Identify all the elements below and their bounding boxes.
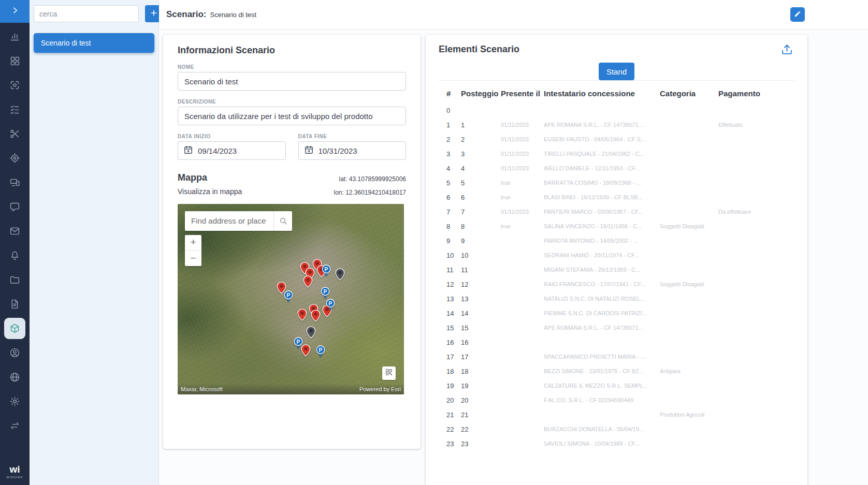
table-row[interactable]: 1101/11/2023APE ROMANA S.R.L. - CF 14738…: [446, 117, 794, 132]
table-row[interactable]: 1818BEZZI SIMONE - 23/01/1975 - CF BZ...…: [446, 364, 794, 378]
scissors-icon[interactable]: [4, 123, 25, 144]
table-cell: CALZATURE IL MEZZO S.R.L. SEMPL...: [544, 383, 660, 389]
table-cell: 23: [461, 440, 501, 448]
export-button[interactable]: [780, 43, 793, 57]
table-row[interactable]: 2121Produttori Agricoli: [446, 407, 794, 422]
table-row[interactable]: 2222BURZACCHI DONATELLA - 05/04/19...: [446, 422, 794, 436]
cube-icon[interactable]: [4, 318, 25, 339]
globe-icon[interactable]: [4, 366, 25, 388]
table-cell: 4: [446, 165, 461, 172]
mail-icon[interactable]: [4, 221, 25, 242]
tab-stand[interactable]: Stand: [599, 63, 634, 80]
table-cell: 14: [446, 310, 461, 317]
table-row[interactable]: 66trueBLASI BINO - 16/12/1939 - CF BLSB.…: [446, 190, 794, 204]
table-cell: 11: [461, 266, 501, 274]
element-tabs: Stand: [439, 63, 794, 81]
table-cell: 01/11/2023: [501, 151, 544, 157]
nome-input[interactable]: [178, 72, 406, 91]
table-row[interactable]: 1010SEDRANI HAMID - 20/11/1974 - CF...: [446, 248, 794, 262]
table-row[interactable]: 1919CALZATURE IL MEZZO S.R.L. SEMPL...: [446, 378, 794, 393]
table-cell: true: [501, 223, 544, 229]
data-inizio-input[interactable]: 09/14/2023: [178, 141, 286, 160]
table-row[interactable]: 7701/11/2023PANTIERI MARCO - 03/06/1967 …: [446, 204, 794, 219]
map-search-input[interactable]: [185, 211, 273, 231]
map-header: Mappa Visualizza in mappa lat: 43.107859…: [178, 172, 406, 200]
table-cell: 16: [461, 339, 501, 346]
table-row[interactable]: 99PARIOTA ANTONIO - 14/05/2002 - ...: [446, 233, 794, 248]
table-row[interactable]: 1717SPACCAPANICO PROIETTI MARIA - ...: [446, 349, 794, 364]
map-pin[interactable]: [297, 308, 307, 323]
search-icon[interactable]: [273, 211, 292, 231]
table-row[interactable]: 88trueSALINA VINCENZO - 19/11/1956 - C..…: [446, 219, 794, 233]
document-icon[interactable]: [4, 293, 25, 315]
table-row[interactable]: 3301/11/2023TIRELLI PASQUALE - 21/04/196…: [446, 146, 794, 161]
table-row[interactable]: 2323SAVIOLI SIMONA - 10/04/1989 - CF...: [446, 436, 794, 451]
table-row[interactable]: 1414PIEMME S.N.C. DI CARDOSI PATRIZI...: [446, 306, 794, 320]
parking-pin[interactable]: P: [293, 337, 303, 352]
table-cell: RAIO FRANCESCO - 17/07/1941 - CF...: [544, 281, 660, 287]
data-fine-field: DATA FINE 10/31/2023: [298, 134, 407, 160]
table-cell: 8: [461, 223, 501, 230]
pencil-icon: [794, 10, 801, 19]
scan-icon[interactable]: [4, 75, 25, 96]
dashboard-icon[interactable]: [4, 50, 25, 71]
table-cell: PANTIERI MARCO - 03/06/1967 - CF...: [544, 209, 660, 215]
svg-text:P: P: [324, 288, 327, 294]
table-row[interactable]: 2201/11/2023EUSEBI FAUSTO - 04/05/1964 -…: [446, 132, 794, 146]
parking-pin[interactable]: P: [321, 264, 331, 280]
parking-pin[interactable]: P: [315, 345, 326, 360]
column-pagamento: Pagamento: [718, 89, 794, 98]
coordinates: lat: 43.10785999925006 lon: 12.360194210…: [334, 172, 406, 200]
swap-icon[interactable]: [4, 415, 25, 436]
elementi-scenario-card: Elementi Scenario Stand # Posteggio Pres…: [426, 35, 807, 485]
table-row[interactable]: 4401/11/2023AIELLO DANIELE - 12/11/1953 …: [446, 161, 794, 175]
table-row[interactable]: 55trueBARRATTA COSIMO - 18/09/1968 - ...: [446, 175, 794, 190]
folder-icon[interactable]: [4, 269, 25, 290]
basemap-button[interactable]: [382, 366, 396, 380]
descrizione-input[interactable]: [178, 107, 406, 125]
devices-icon[interactable]: [4, 172, 25, 193]
edit-scenario-button[interactable]: [790, 7, 805, 22]
svg-text:P: P: [319, 347, 323, 352]
table-cell: BEZZI SIMONE - 23/01/1975 - CF BZ...: [544, 368, 660, 374]
chart-bar-icon[interactable]: [4, 26, 25, 47]
zoom-in-button[interactable]: +: [185, 235, 201, 251]
descrizione-label: DESCRIZIONE: [178, 99, 406, 105]
map-canvas[interactable]: PPPPPP + −: [178, 204, 404, 394]
panel-search-row: [34, 5, 154, 22]
target-icon[interactable]: [4, 148, 25, 169]
table-row[interactable]: 1212RAIO FRANCESCO - 17/07/1941 - CF...S…: [446, 277, 794, 291]
user-icon[interactable]: [4, 342, 25, 363]
table-cell: 6: [461, 194, 501, 201]
zoom-out-button[interactable]: −: [185, 251, 201, 266]
chat-icon[interactable]: [4, 196, 25, 217]
parking-pin[interactable]: P: [325, 299, 336, 314]
scenario-list-item[interactable]: Scenario di test: [34, 33, 154, 53]
table-row[interactable]: 1616: [446, 335, 794, 349]
table-row[interactable]: 2020F.AL.CO. S.R.L. - CF 02294590449: [446, 393, 794, 407]
poi-pin[interactable]: [335, 268, 345, 283]
parking-pin[interactable]: P: [283, 290, 294, 305]
table-row[interactable]: 1313NATALIZI S.N.C. DI NATALIZI ROSEL...: [446, 291, 794, 306]
checklist-icon[interactable]: [4, 99, 25, 120]
table-row[interactable]: 1111MIGANI STEFANIA - 26/12/1969 - C...: [446, 262, 794, 277]
sidebar-expand-button[interactable]: [0, 0, 30, 23]
table-cell: PIEMME S.N.C. DI CARDOSI PATRIZI...: [544, 310, 660, 316]
table-cell: 22: [461, 425, 501, 433]
search-input[interactable]: [34, 5, 139, 22]
table-cell: 7: [446, 208, 461, 216]
map-pin[interactable]: [311, 310, 321, 324]
bell-icon[interactable]: [4, 245, 25, 266]
info-card-title: Informazioni Scenario: [178, 45, 406, 56]
map-pin[interactable]: [303, 275, 313, 290]
poi-pin[interactable]: [306, 326, 316, 341]
table-row[interactable]: 1515APE ROMANA S.R.L. - CF 14738071...: [446, 320, 794, 335]
calendar-icon: [183, 145, 193, 157]
data-fine-input[interactable]: 10/31/2023: [298, 141, 407, 160]
settings-icon[interactable]: [4, 391, 25, 412]
table-row[interactable]: 0: [446, 103, 794, 117]
page-title-value: Scenario di test: [210, 11, 256, 19]
visualizza-in-mappa-link[interactable]: Visualizza in mappa: [178, 187, 242, 196]
table-cell: Soggetti Disagiati: [660, 223, 718, 229]
table-body: 01101/11/2023APE ROMANA S.R.L. - CF 1473…: [439, 103, 794, 451]
